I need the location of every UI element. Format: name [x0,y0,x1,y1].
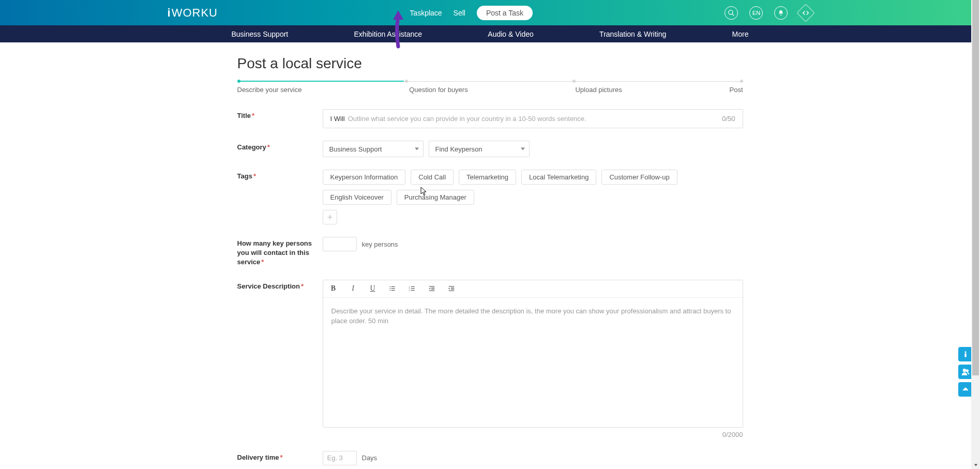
svg-rect-13 [411,288,414,289]
top-bar: iWORKU Taskplace Sell Post a Task EN [0,0,980,25]
svg-rect-20 [429,291,434,291]
primary-nav: Taskplace Sell Post a Task [410,6,533,20]
tag-chip[interactable]: Customer Follow-up [601,170,677,185]
subnav-business-support[interactable]: Business Support [232,30,289,38]
svg-point-29 [966,370,968,372]
svg-rect-11 [411,286,414,287]
category-nav-inner: Business Support Exhibition Assistance A… [232,30,749,38]
caret-down-icon [521,148,525,150]
delivery-input[interactable] [323,451,357,465]
floating-actions [958,347,973,397]
caret-down-icon [415,148,419,150]
tag-chip[interactable]: English Voiceover [323,190,391,205]
step-dot-1 [237,80,240,83]
svg-rect-24 [450,289,454,290]
post-task-button[interactable]: Post a Task [477,6,533,20]
add-tag-button[interactable] [323,210,337,224]
italic-icon[interactable]: I [348,283,358,294]
top-bar-inner: iWORKU Taskplace Sell Post a Task EN [164,6,816,20]
scrollbar[interactable] [971,0,980,469]
title-row: Title* I Will 0/50 [237,109,743,128]
svg-rect-27 [965,354,967,357]
step-dot-4 [740,80,743,83]
rich-text-editor: B I U 123 Describe your [323,280,743,428]
keypersons-row: How many key persons you will contact in… [237,237,743,267]
header-icons: EN [725,6,816,20]
main-content: Post a local service Describe your servi… [237,42,743,465]
nav-taskplace[interactable]: Taskplace [410,9,442,17]
category-label: Category* [237,141,323,157]
indent-icon[interactable] [446,283,457,294]
tag-chip[interactable]: Cold Call [411,170,454,185]
title-count: 0/50 [722,115,735,123]
svg-rect-5 [391,286,395,287]
scroll-top-fab[interactable] [958,382,973,397]
svg-point-4 [389,286,390,288]
delivery-label: Delivery time* [237,451,323,465]
underline-icon[interactable]: U [368,283,378,294]
svg-marker-31 [974,464,977,466]
description-count: 0/2000 [323,431,743,438]
contact-fab[interactable] [958,365,973,379]
category-select-primary[interactable]: Business Support [323,141,424,157]
svg-marker-22 [448,288,449,290]
bold-icon[interactable]: B [328,283,339,294]
scrollbar-thumb[interactable] [972,0,979,375]
svg-rect-7 [391,288,395,289]
svg-point-0 [729,10,733,14]
subnav-more[interactable]: More [732,30,749,38]
unordered-list-icon[interactable] [387,283,398,294]
step-label-3: Upload pictures [575,86,622,94]
tag-chip[interactable]: Telemarketing [459,170,516,185]
delivery-suffix: Days [362,454,378,462]
step-dot-3 [572,80,576,83]
tags-label: Tags* [237,170,323,224]
scroll-down-icon[interactable] [971,460,980,469]
keypersons-suffix: key persons [362,240,398,248]
title-prefix: I Will [330,115,345,123]
title-input[interactable] [348,115,719,123]
step-label-2: Question for buyers [409,86,468,94]
svg-marker-17 [429,288,430,290]
svg-rect-18 [431,288,434,288]
svg-rect-23 [450,288,454,288]
outdent-icon[interactable] [427,283,437,294]
svg-rect-19 [431,289,434,290]
language-toggle[interactable]: EN [749,6,763,20]
info-fab[interactable] [958,347,973,361]
description-row: Service Description* B I U 123 [237,280,743,438]
delivery-row: Delivery time* Days [237,451,743,465]
title-label: Title* [237,109,323,128]
svg-text:3: 3 [409,290,410,292]
keypersons-label: How many key persons you will contact in… [237,237,323,267]
svg-point-8 [389,290,390,291]
svg-rect-15 [411,290,414,291]
step-label-4: Post [729,86,743,94]
title-box: I Will 0/50 [323,109,743,128]
description-label: Service Description* [237,280,323,438]
svg-rect-21 [448,286,454,286]
svg-rect-25 [448,291,454,291]
svg-point-26 [965,352,967,353]
tag-chip[interactable]: Purchasing Manager [397,190,474,205]
nav-sell[interactable]: Sell [454,9,465,17]
logo[interactable]: iWORKU [164,6,218,20]
tag-chip[interactable]: Local Telemarketing [521,170,596,185]
keypersons-input[interactable] [323,237,357,251]
notifications-icon[interactable] [774,6,788,20]
search-icon[interactable] [725,6,738,20]
category-select-secondary[interactable]: Find Keyperson [429,141,530,157]
tag-chip[interactable]: Keyperson Information [323,170,406,185]
subnav-translation[interactable]: Translation & Writing [599,30,666,38]
svg-point-28 [963,369,966,372]
svg-point-6 [389,288,390,289]
ordered-list-icon[interactable]: 123 [407,283,417,294]
category-row: Category* Business Support Find Keyperso… [237,141,743,157]
description-textarea[interactable]: Describe your service in detail. The mor… [323,298,743,427]
app-switcher-icon[interactable] [796,3,816,22]
category-nav: Business Support Exhibition Assistance A… [0,25,980,42]
subnav-exhibition[interactable]: Exhibition Assistance [354,30,423,38]
step-label-1: Describe your service [237,86,302,94]
step-dot-2 [405,80,408,83]
subnav-audio-video[interactable]: Audio & Video [488,30,533,38]
